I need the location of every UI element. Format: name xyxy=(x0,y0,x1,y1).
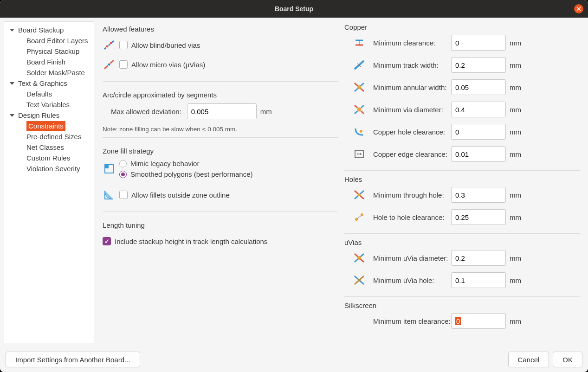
tree-item[interactable]: Board Editor Layers xyxy=(4,35,94,46)
constraint-row: Minimum via diameter:mm xyxy=(344,102,580,117)
constraint-label: Copper hole clearance: xyxy=(373,128,451,136)
window-title: Board Setup xyxy=(275,5,313,13)
divider xyxy=(103,81,338,82)
titlebar: Board Setup xyxy=(0,0,588,18)
divider xyxy=(103,212,338,212)
constraint-input[interactable] xyxy=(451,35,506,51)
disclosure-icon xyxy=(10,29,14,32)
allow-fillets-checkbox[interactable] xyxy=(119,191,128,199)
unit-label: mm xyxy=(506,61,521,69)
mimic-legacy-label: Mimic legacy behavior xyxy=(130,160,199,167)
constraint-input[interactable] xyxy=(451,146,506,162)
constraint-row: Minimum item clearance:0mm xyxy=(344,313,580,329)
import-settings-button[interactable]: Import Settings from Another Board... xyxy=(6,352,140,367)
tree-item[interactable]: Solder Mask/Paste xyxy=(4,67,94,78)
allow-blind-buried-checkbox[interactable] xyxy=(119,41,128,49)
tree-item-label: Custom Rules xyxy=(26,153,70,163)
constraint-input[interactable] xyxy=(451,79,506,95)
tree-item[interactable]: Board Finish xyxy=(4,57,94,67)
tree-group-label: Text & Graphics xyxy=(18,78,67,88)
arc-note: Note: zone filling can be slow when < 0.… xyxy=(103,126,338,133)
section-header: Copper xyxy=(344,23,580,31)
constraint-row: Copper hole clearance:mm xyxy=(344,124,580,140)
left-column: Allowed features Allow blind/buried vias… xyxy=(103,23,338,341)
max-deviation-label: Max allowed deviation: xyxy=(111,108,181,115)
tree-group[interactable]: Board Stackup xyxy=(4,25,94,35)
tree-group[interactable]: Text & Graphics xyxy=(4,78,94,89)
disclosure-icon xyxy=(10,114,14,117)
constraint-row: Minimum clearance:mm xyxy=(344,35,580,51)
unit-label: mm xyxy=(506,150,521,158)
tree-item[interactable]: Net Classes xyxy=(4,142,94,153)
divider xyxy=(103,137,338,138)
constraint-input[interactable] xyxy=(451,209,506,225)
constraint-label: Minimum uVia hole: xyxy=(373,276,451,284)
constraint-input[interactable] xyxy=(451,57,506,73)
allow-micro-vias-checkbox[interactable] xyxy=(119,60,128,69)
constraint-input[interactable] xyxy=(451,272,506,288)
constraint-icon xyxy=(353,82,366,93)
fillet-icon xyxy=(103,189,116,200)
svg-line-25 xyxy=(357,216,361,218)
svg-point-28 xyxy=(357,256,361,260)
tree-item[interactable]: Physical Stackup xyxy=(4,46,94,57)
tree-item-label: Constraints xyxy=(26,121,65,131)
unit-label: mm xyxy=(506,39,521,47)
tree-item-label: Net Classes xyxy=(26,142,64,152)
tree-group[interactable]: Design Rules xyxy=(4,110,94,121)
constraint-icon xyxy=(353,59,366,71)
tree-item[interactable]: Custom Rules xyxy=(4,153,94,163)
constraint-icon xyxy=(353,252,366,263)
section-header: Holes xyxy=(344,175,580,183)
disclosure-icon xyxy=(10,82,14,85)
constraint-label: Minimum via diameter: xyxy=(373,106,451,114)
tree-item[interactable]: Text Variables xyxy=(4,99,94,110)
constraint-icon xyxy=(353,104,366,115)
tree-item-label: Board Editor Layers xyxy=(26,36,88,45)
svg-point-4 xyxy=(108,63,110,66)
constraint-icon xyxy=(353,275,366,286)
tree-group-label: Board Stackup xyxy=(18,25,64,35)
unit-label: mm xyxy=(506,106,521,114)
constraint-input[interactable] xyxy=(451,187,506,203)
tree-item[interactable]: Violation Severity xyxy=(4,163,94,174)
tree-item-label: Solder Mask/Paste xyxy=(26,68,85,77)
constraint-icon xyxy=(353,212,366,223)
length-tuning-title: Length tuning xyxy=(103,221,338,229)
unit-label: mm xyxy=(257,108,271,115)
zone-icon xyxy=(103,163,116,174)
smoothed-polygons-radio[interactable] xyxy=(119,171,127,178)
constraint-input[interactable] xyxy=(451,250,506,266)
zone-fill-title: Zone fill strategy xyxy=(103,147,338,155)
unit-label: mm xyxy=(506,254,521,262)
svg-point-17 xyxy=(360,130,362,133)
tree-item-label: Pre-defined Sizes xyxy=(26,132,81,141)
micro-via-icon xyxy=(103,59,116,70)
section-header: Silkscreen xyxy=(344,301,580,309)
arc-section-title: Arc/circle approximated by segments xyxy=(103,91,338,99)
max-deviation-input[interactable] xyxy=(187,103,257,119)
unit-label: mm xyxy=(506,191,521,199)
constraint-input[interactable] xyxy=(451,124,506,140)
tree-item[interactable]: Pre-defined Sizes xyxy=(4,131,94,142)
section-header: uVias xyxy=(344,238,580,246)
allowed-features-title: Allowed features xyxy=(103,25,338,33)
include-stackup-checkbox[interactable] xyxy=(103,237,111,245)
constraint-label: Minimum uVia diameter: xyxy=(373,254,451,262)
tree-item[interactable]: Constraints xyxy=(4,121,94,131)
unit-label: mm xyxy=(506,317,521,325)
svg-point-2 xyxy=(110,42,112,45)
allow-fillets-label: Allow fillets outside zone outline xyxy=(131,191,230,199)
via-icon xyxy=(103,39,116,51)
constraint-input[interactable]: 0 xyxy=(451,313,506,329)
smoothed-polygons-label: Smoothed polygons (best performance) xyxy=(130,170,252,178)
constraint-input[interactable] xyxy=(451,102,506,117)
cancel-button[interactable]: Cancel xyxy=(508,352,549,367)
close-button[interactable] xyxy=(574,4,583,13)
ok-button[interactable]: OK xyxy=(553,352,582,367)
mimic-legacy-radio[interactable] xyxy=(119,160,127,167)
constraint-icon xyxy=(353,148,366,160)
tree-item[interactable]: Defaults xyxy=(4,89,94,99)
constraint-label: Minimum annular width: xyxy=(373,83,451,91)
close-icon xyxy=(576,6,581,11)
